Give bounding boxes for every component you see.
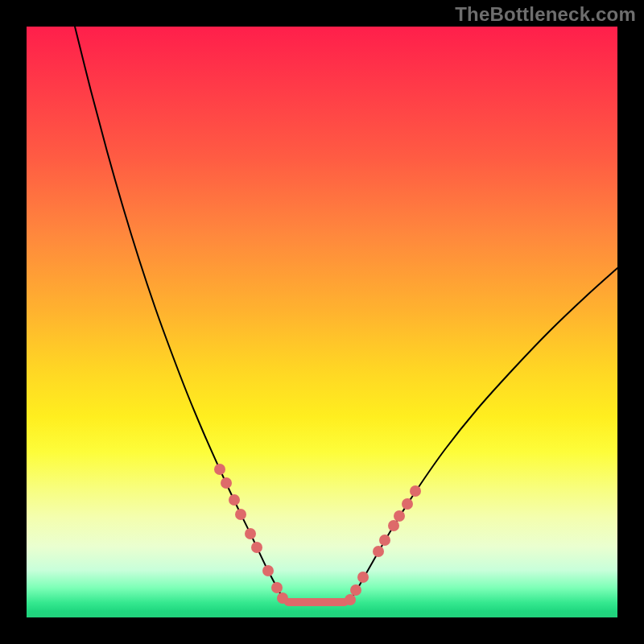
data-dot: [214, 464, 225, 475]
data-dot: [373, 546, 384, 557]
data-dot: [379, 535, 390, 546]
plot-area: [27, 27, 617, 617]
data-dot: [388, 520, 399, 531]
data-dot: [221, 477, 232, 489]
watermark-text: TheBottleneck.com: [455, 3, 636, 26]
data-dot: [271, 582, 283, 593]
data-dot: [235, 509, 246, 520]
left-dots-group: [214, 464, 288, 604]
data-dot: [229, 494, 240, 506]
data-dot: [245, 528, 256, 539]
chart-svg: [27, 27, 617, 617]
chart-container: TheBottleneck.com: [0, 0, 644, 644]
data-dot: [277, 592, 288, 604]
data-dot: [402, 498, 413, 510]
left-curve: [75, 27, 284, 602]
data-dot: [251, 542, 262, 553]
data-dot: [357, 572, 369, 583]
data-dot: [410, 485, 421, 497]
flat-bottom-bar: [284, 598, 349, 606]
data-dot: [345, 594, 356, 605]
right-dots-group: [345, 485, 421, 605]
data-dot: [262, 565, 274, 576]
data-dot: [394, 510, 405, 522]
data-dot: [350, 584, 361, 596]
right-curve: [349, 268, 617, 602]
